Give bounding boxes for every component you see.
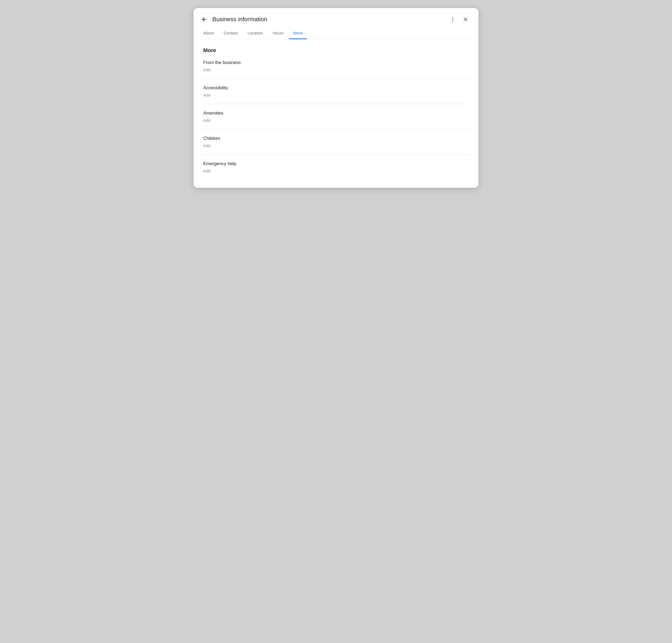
svg-point-1 bbox=[452, 19, 453, 20]
section-title-children: Children bbox=[203, 136, 469, 141]
section-title-amenities: Amenities bbox=[203, 110, 469, 116]
business-info-modal: Business information About Contact Locat… bbox=[194, 8, 478, 188]
section-from-the-business: From the business Add bbox=[203, 60, 469, 72]
header-actions bbox=[447, 14, 471, 25]
divider-2 bbox=[203, 104, 469, 104]
divider-4 bbox=[203, 154, 469, 155]
back-button[interactable] bbox=[199, 14, 210, 25]
more-options-button[interactable] bbox=[447, 14, 458, 25]
more-vert-icon bbox=[449, 16, 456, 23]
add-children[interactable]: Add bbox=[203, 143, 469, 148]
add-emergency-help[interactable]: Add bbox=[203, 169, 469, 173]
divider-1 bbox=[203, 78, 469, 79]
add-from-the-business[interactable]: Add bbox=[203, 68, 469, 72]
svg-point-2 bbox=[452, 21, 453, 22]
tab-content-more: More From the business Add Accessibility… bbox=[194, 39, 478, 188]
modal-header: Business information bbox=[194, 8, 478, 25]
close-button[interactable] bbox=[460, 14, 471, 25]
add-accessibility[interactable]: Add bbox=[203, 93, 469, 97]
tab-hours[interactable]: Hours bbox=[269, 27, 288, 39]
close-icon bbox=[462, 16, 469, 23]
tab-more[interactable]: More bbox=[289, 27, 307, 39]
section-title-accessibility: Accessibility bbox=[203, 85, 469, 90]
tabs-container: About Contact Location Hours More bbox=[194, 27, 478, 39]
tab-about[interactable]: About bbox=[199, 27, 218, 39]
section-accessibility: Accessibility Add bbox=[203, 85, 469, 97]
add-amenities[interactable]: Add bbox=[203, 118, 469, 123]
modal-title: Business information bbox=[212, 16, 447, 23]
section-amenities: Amenities Add bbox=[203, 110, 469, 123]
tab-contact[interactable]: Contact bbox=[219, 27, 242, 39]
section-children: Children Add bbox=[203, 136, 469, 148]
content-heading: More bbox=[203, 47, 469, 53]
section-title-emergency-help: Emergency help bbox=[203, 161, 469, 167]
section-title-from-the-business: From the business bbox=[203, 60, 469, 65]
section-emergency-help: Emergency help Add bbox=[203, 161, 469, 173]
back-arrow-icon bbox=[201, 16, 208, 23]
svg-point-0 bbox=[452, 17, 453, 18]
tab-location[interactable]: Location bbox=[243, 27, 267, 39]
